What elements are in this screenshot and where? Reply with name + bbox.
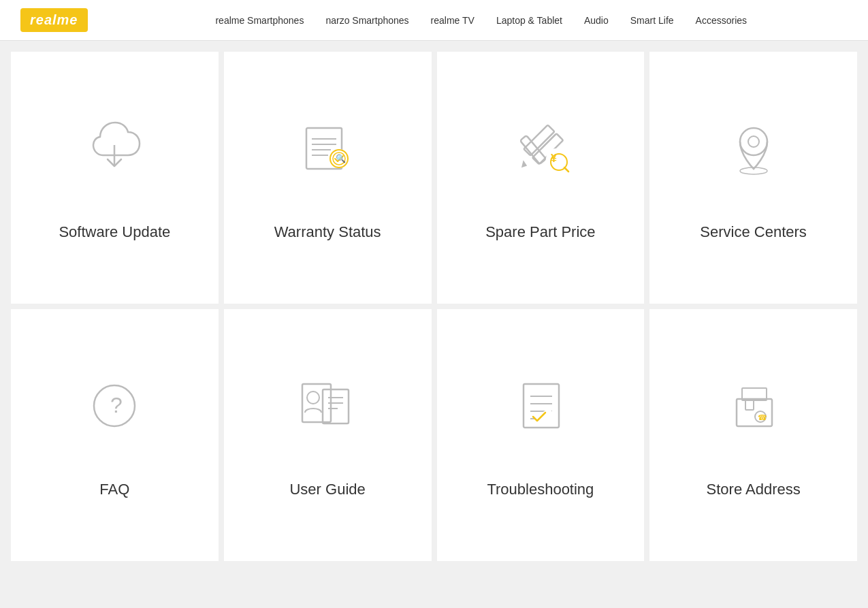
card-spare-part-price[interactable]: ¥ Spare Part Price [437,52,645,304]
svg-point-21 [740,128,767,155]
main-content: Software Update 🔍 Warranty Status ¥ [0,41,868,572]
nav-realme-smartphones[interactable]: realme Smartphones [215,15,304,26]
svg-line-20 [564,167,568,172]
nav-laptop-tablet[interactable]: Laptop & Tablet [496,15,562,26]
card-troubleshooting[interactable]: Troubleshooting [437,309,645,561]
spare-part-icon: ¥ [507,114,575,182]
card-label-troubleshooting: Troubleshooting [487,481,594,498]
svg-marker-16 [522,161,526,167]
card-label-user-guide: User Guide [289,481,365,498]
card-label-software-update: Software Update [59,223,170,241]
warranty-icon: 🔍 [293,114,361,182]
nav-accessories[interactable]: Accessories [696,15,747,26]
svg-rect-28 [323,389,349,423]
svg-rect-32 [524,384,559,428]
site-logo[interactable]: realme [20,8,88,32]
card-warranty-status[interactable]: 🔍 Warranty Status [224,52,432,304]
svg-point-27 [307,391,319,404]
nav-narzo-smartphones[interactable]: narzo Smartphones [325,15,408,26]
svg-text:?: ? [110,393,123,417]
card-label-store-address: Store Address [707,481,801,498]
card-label-service-centers: Service Centers [700,223,807,241]
user-guide-icon [293,372,361,440]
card-software-update[interactable]: Software Update [11,52,219,304]
location-icon [720,114,788,182]
nav-realme-tv[interactable]: realme TV [431,15,475,26]
cloud-download-icon [80,114,148,182]
svg-text:🔍: 🔍 [336,153,346,163]
store-icon: ☎ [720,372,788,440]
svg-point-22 [748,136,759,147]
svg-text:☎: ☎ [758,413,767,421]
card-service-centers[interactable]: Service Centers [649,52,857,304]
card-label-warranty-status: Warranty Status [274,223,381,241]
service-grid: Software Update 🔍 Warranty Status ¥ [11,52,857,561]
card-label-spare-part-price: Spare Part Price [485,223,595,241]
card-faq[interactable]: ? FAQ [11,309,219,561]
svg-point-36 [541,410,555,423]
card-label-faq: FAQ [99,481,129,498]
nav-smart-life[interactable]: Smart Life [630,15,674,26]
card-user-guide[interactable]: User Guide [224,309,432,561]
troubleshoot-icon [507,372,575,440]
site-header: realme realme Smartphonesnarzo Smartphon… [0,0,868,41]
card-store-address[interactable]: ☎ Store Address [649,309,857,561]
main-nav: realme Smartphonesnarzo Smartphonesrealm… [115,15,848,26]
nav-audio[interactable]: Audio [584,15,609,26]
question-icon: ? [80,372,148,440]
